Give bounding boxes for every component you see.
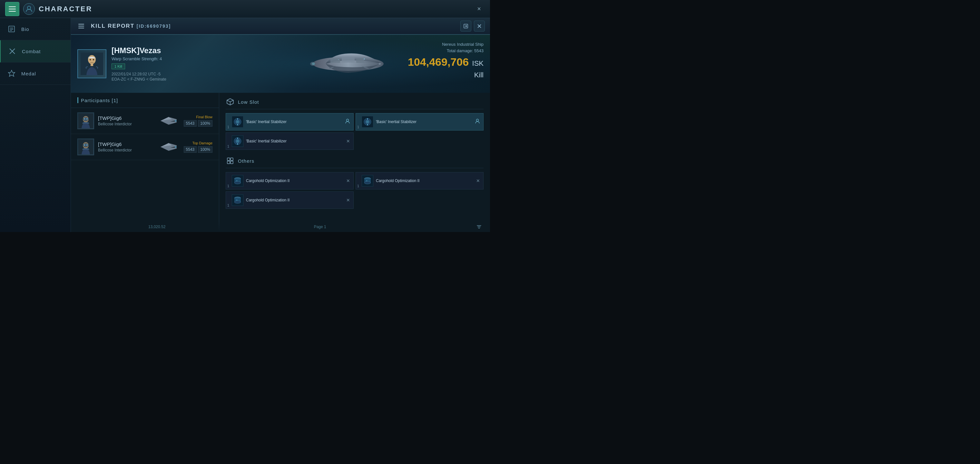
fitting-item-name: 'Basic' Inertial Stabilizer — [246, 119, 286, 125]
ship-image — [303, 38, 393, 90]
svg-point-70 — [234, 201, 241, 203]
filter-button[interactable] — [474, 222, 484, 231]
participant-name: [TWP]Gig6 — [98, 115, 153, 121]
content-area: Participants [1] — [71, 93, 490, 232]
svg-rect-57 — [231, 158, 233, 160]
stat-row: 5543 100% — [184, 120, 212, 127]
percent-stat: 100% — [198, 120, 212, 127]
participant-info: [TWP]Gig6 Bellicose Interdictor — [98, 115, 153, 126]
svg-rect-1 — [9, 26, 14, 32]
person-icon — [345, 119, 350, 125]
sidebar-combat-label: Combat — [22, 49, 41, 54]
scroll-footer: 13,020.52 Page 1 — [142, 222, 490, 232]
sidebar-bio-label: Bio — [21, 26, 29, 32]
svg-point-15 — [93, 59, 94, 60]
low-slot-title: Low Slot — [238, 99, 259, 105]
close-icon[interactable]: ✕ — [476, 178, 480, 183]
fitting-item: 1 'Basic' Inertial Stabilizer — [226, 113, 354, 130]
top-close-button[interactable]: × — [473, 3, 485, 15]
svg-rect-21 — [356, 58, 364, 63]
participant-stats: Top Damage 5543 100% — [184, 141, 212, 153]
sidebar-item-combat[interactable]: Combat — [0, 40, 71, 62]
svg-point-62 — [234, 181, 241, 184]
svg-marker-7 — [8, 70, 15, 76]
fitting-item-icon — [232, 135, 243, 147]
svg-text:II: II — [236, 180, 238, 182]
damage-stat: 5543 — [184, 146, 197, 153]
fitting-item-name: Cargohold Optimization II — [246, 178, 290, 184]
fitting-item-name: Cargohold Optimization II — [376, 178, 419, 184]
kill-report-hero: [HMSK]Vezas Warp Scramble Strength: 4 1 … — [71, 35, 490, 93]
svg-point-28 — [84, 118, 86, 119]
kill-report-panel: KILL REPORT [ID:6690793] — [71, 18, 490, 232]
participants-header: Participants [1] — [71, 93, 219, 108]
participant-row: [TWP]Gig6 Bellicose Interdictor Final Bl… — [71, 108, 219, 134]
fitting-qty: 1 — [357, 184, 359, 188]
fitting-qty: 1 — [227, 184, 229, 188]
section-bar — [77, 97, 78, 103]
participants-title: Participants [1] — [81, 98, 118, 103]
others-title: Others — [238, 158, 255, 164]
low-slot-icon — [226, 97, 235, 106]
percent-stat: 100% — [198, 146, 212, 153]
participant-ship: Bellicose Interdictor — [98, 148, 153, 153]
top-bar: CHARACTER × — [0, 0, 490, 18]
fitting-item: 1 II Cargohold Optimization II — [226, 172, 354, 189]
svg-point-36 — [86, 145, 88, 146]
person-icon — [6, 24, 17, 34]
participant-avatar — [77, 113, 94, 129]
sidebar-item-bio[interactable]: Bio — [0, 18, 71, 40]
close-icon[interactable]: ✕ — [346, 138, 350, 144]
participant-avatar — [77, 138, 94, 155]
svg-point-18 — [312, 62, 315, 65]
low-slot-section: Low Slot 1 — [219, 93, 490, 154]
sidebar-medal-label: Medal — [21, 71, 36, 76]
combat-icon — [7, 46, 18, 56]
fitting-item: 1 II Cargohold Optimization II ✕ — [226, 191, 354, 209]
svg-point-41 — [236, 121, 239, 123]
svg-rect-56 — [227, 158, 230, 160]
page-title: CHARACTER — [39, 5, 92, 13]
low-slot-header: Low Slot — [226, 97, 484, 109]
close-icon[interactable]: ✕ — [346, 178, 350, 183]
victim-ship-name: Nereus Industrial Ship — [408, 41, 484, 47]
low-slot-grid: 1 'Basic' Inertial Stabilizer — [226, 113, 484, 150]
svg-point-50 — [476, 119, 479, 121]
blow-label: Top Damage — [184, 141, 212, 145]
kill-type: Kill — [408, 71, 484, 79]
hamburger-menu-button[interactable] — [5, 2, 19, 16]
svg-rect-20 — [342, 57, 355, 62]
svg-rect-13 — [91, 64, 93, 66]
svg-rect-19 — [331, 58, 340, 63]
blow-label: Final Blow — [184, 115, 212, 119]
close-icon[interactable]: ✕ — [346, 197, 350, 203]
svg-text:II: II — [366, 180, 368, 182]
participant-weapon-icon — [158, 139, 180, 155]
svg-rect-58 — [227, 161, 230, 164]
medal-icon — [6, 68, 17, 79]
kill-count-badge: 1 Kill — [111, 64, 125, 69]
fitting-qty: 1 — [227, 203, 229, 207]
page-info: Page 1 — [314, 225, 326, 229]
participant-name: [TWP]Gig6 — [98, 141, 153, 147]
svg-point-35 — [84, 145, 86, 146]
sidebar-item-medal[interactable]: Medal — [0, 62, 71, 85]
fitting-item-icon: II — [232, 175, 243, 187]
fitting-qty: 1 — [357, 125, 359, 129]
panel-close-button[interactable] — [474, 21, 485, 32]
svg-point-66 — [364, 181, 371, 184]
svg-point-24 — [338, 59, 339, 60]
export-button[interactable] — [460, 21, 471, 32]
panel-actions — [460, 21, 485, 32]
svg-rect-59 — [231, 161, 233, 164]
participant-row: [TWP]Gig6 Bellicose Interdictor Top Dama… — [71, 134, 219, 160]
fitting-item-name: 'Basic' Inertial Stabilizer — [376, 119, 417, 125]
person-icon — [475, 119, 480, 125]
svg-text:II: II — [236, 199, 238, 201]
svg-point-29 — [86, 118, 88, 119]
isk-value: 104,469,706 — [408, 56, 469, 68]
svg-point-53 — [236, 140, 239, 142]
svg-point-23 — [364, 59, 365, 60]
panel-menu-button[interactable] — [76, 21, 86, 31]
participant-weapon-icon — [158, 113, 180, 129]
